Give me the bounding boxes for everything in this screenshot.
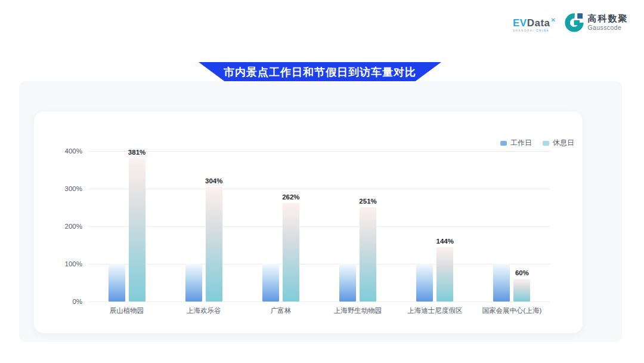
bar-series-1-cat-4 bbox=[436, 247, 453, 302]
bar-value-label: 262% bbox=[272, 193, 310, 201]
evdata-logo: EVData✕ SHANGHAI CHINA bbox=[513, 12, 556, 32]
bar-series-0-cat-0 bbox=[109, 264, 125, 302]
gridline-200 bbox=[88, 226, 550, 227]
x-axis-label: 上海野生动物园 bbox=[320, 306, 397, 315]
bar-value-label: 60% bbox=[503, 269, 541, 277]
bar-series-1-cat-1 bbox=[206, 187, 222, 302]
evdata-wordmark: EVData✕ bbox=[513, 15, 556, 28]
bar-series-0-cat-1 bbox=[185, 264, 202, 302]
evdata-data: Data bbox=[527, 17, 550, 29]
bar-series-1-cat-0 bbox=[129, 158, 145, 302]
gausscode-en: Gausscode bbox=[587, 24, 628, 31]
bar-value-label: 381% bbox=[118, 148, 156, 156]
evdata-x-icon: ✕ bbox=[551, 17, 556, 23]
evdata-ev: EV bbox=[513, 17, 527, 29]
chart-card: 工作日休息日 0%100%200%300%400%辰山植物园381%上海欢乐谷3… bbox=[34, 112, 583, 333]
x-axis-label: 上海欢乐谷 bbox=[165, 306, 242, 315]
bar-chart: 0%100%200%300%400%辰山植物园381%上海欢乐谷304%广富林2… bbox=[34, 112, 583, 333]
x-axis-label: 国家会展中心(上海) bbox=[473, 306, 550, 315]
y-axis-label-0: 0% bbox=[52, 297, 82, 306]
bar-series-0-cat-2 bbox=[262, 264, 279, 302]
y-axis-label-400: 400% bbox=[52, 147, 82, 155]
page-title: 市内景点工作日和节假日到访车量对比 bbox=[224, 65, 416, 79]
chart-title-banner: 市内景点工作日和节假日到访车量对比 bbox=[199, 62, 441, 82]
gausscode-text: 高科数聚 Gausscode bbox=[587, 14, 628, 31]
header-logos: EVData✕ SHANGHAI CHINA 高科数聚 Gausscode bbox=[513, 12, 628, 32]
gridline-400 bbox=[88, 151, 550, 152]
bar-value-label: 144% bbox=[426, 237, 464, 245]
y-axis-label-200: 200% bbox=[52, 222, 82, 230]
y-axis-label-100: 100% bbox=[52, 260, 82, 268]
bar-series-0-cat-3 bbox=[339, 264, 356, 302]
bar-series-1-cat-5 bbox=[513, 279, 530, 302]
evdata-subtitle: SHANGHAI CHINA bbox=[513, 29, 556, 32]
x-axis-label: 广富林 bbox=[242, 306, 319, 315]
gausscode-logo: 高科数聚 Gausscode bbox=[564, 12, 628, 32]
bar-series-0-cat-4 bbox=[416, 264, 433, 302]
gridline-100 bbox=[88, 264, 550, 264]
bar-series-1-cat-2 bbox=[283, 203, 299, 302]
bar-value-label: 304% bbox=[195, 177, 233, 185]
x-axis-label: 辰山植物园 bbox=[88, 306, 165, 315]
y-axis-label-300: 300% bbox=[52, 184, 82, 193]
evdata-sub-left: SHANGHAI bbox=[513, 29, 534, 32]
bar-value-label: 251% bbox=[349, 197, 387, 205]
page: EVData✕ SHANGHAI CHINA 高科数聚 Gausscode 市内… bbox=[0, 0, 644, 363]
gridline-0 bbox=[88, 302, 550, 302]
x-axis-label: 上海迪士尼度假区 bbox=[397, 306, 473, 315]
gridline-300 bbox=[88, 189, 550, 189]
gausscode-g-icon bbox=[564, 12, 584, 32]
bar-series-1-cat-3 bbox=[360, 207, 376, 302]
evdata-sub-right: CHINA bbox=[536, 29, 549, 32]
gausscode-cn: 高科数聚 bbox=[587, 14, 628, 23]
